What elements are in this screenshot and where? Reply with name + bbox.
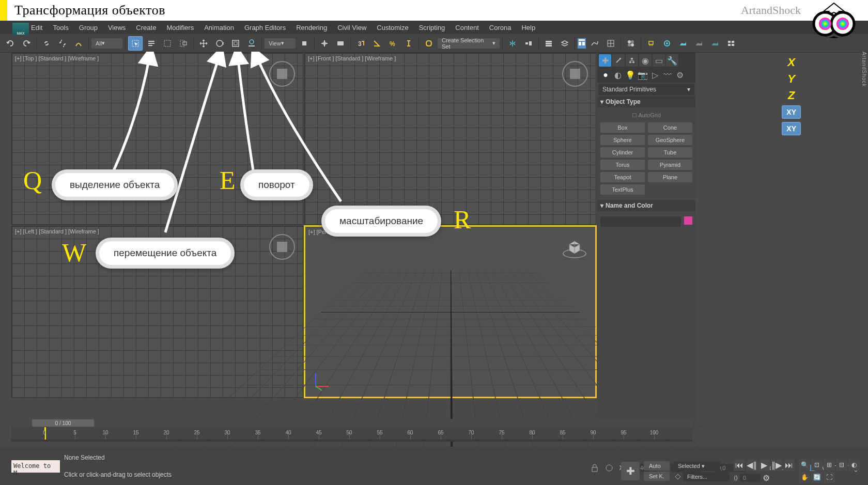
- shapes-subtab[interactable]: ◐: [613, 70, 623, 80]
- use-pivot-icon[interactable]: [297, 36, 312, 51]
- percent-snap-icon[interactable]: %: [385, 36, 400, 51]
- motion-tab[interactable]: ◉: [639, 54, 652, 67]
- play-button[interactable]: ▶: [758, 460, 770, 471]
- menu-tools[interactable]: Tools: [53, 24, 68, 32]
- toggle-layer-icon[interactable]: [557, 36, 572, 51]
- viewcube-icon[interactable]: [560, 233, 589, 262]
- pan-icon[interactable]: ✋: [799, 472, 810, 483]
- select-by-name-icon[interactable]: [144, 36, 159, 51]
- geosphere-button[interactable]: GeoSphere: [648, 135, 692, 145]
- systems-subtab[interactable]: ⚙: [675, 70, 685, 80]
- menu-views[interactable]: Views: [108, 24, 126, 32]
- zoom-extents-icon[interactable]: ⊞: [824, 459, 835, 471]
- time-ruler[interactable]: 0510152025303540455055606570758085909510…: [11, 427, 692, 440]
- menu-group[interactable]: Group: [79, 24, 98, 32]
- menu-graph-editors[interactable]: Graph Editors: [244, 24, 286, 32]
- viewcube-icon[interactable]: [268, 59, 297, 88]
- reference-coord-combo[interactable]: View ▾: [265, 38, 296, 49]
- cameras-subtab[interactable]: 📷: [638, 70, 648, 80]
- selection-filter-combo[interactable]: All ▾: [91, 38, 122, 49]
- isolate-icon[interactable]: [605, 463, 614, 473]
- spacewarps-subtab[interactable]: 〰: [662, 70, 673, 80]
- undo-icon[interactable]: [3, 36, 18, 51]
- menu-help[interactable]: Help: [521, 24, 535, 32]
- object-name-input[interactable]: [600, 216, 681, 227]
- axis-xy-button[interactable]: XY: [782, 105, 801, 119]
- maxscript-mini-listener[interactable]: Welcome to M: [11, 460, 60, 473]
- autogrid-checkbox[interactable]: ☐ AutoGrid: [600, 111, 692, 120]
- selection-lock-icon[interactable]: [590, 463, 599, 473]
- menu-create[interactable]: Create: [136, 24, 156, 32]
- placement-button[interactable]: [244, 36, 259, 51]
- menu-content[interactable]: Content: [455, 24, 479, 32]
- filters-combo[interactable]: Filters...: [683, 472, 730, 481]
- box-button[interactable]: Box: [600, 122, 645, 133]
- viewport-front[interactable]: [+] [Front ] [Standard ] [Wireframe ]: [304, 53, 596, 225]
- menu-animation[interactable]: Animation: [204, 24, 234, 32]
- plane-button[interactable]: Plane: [648, 172, 692, 182]
- menu-modifiers[interactable]: Modifiers: [166, 24, 194, 32]
- unlink-icon[interactable]: [55, 36, 70, 51]
- render-setup-icon[interactable]: [644, 36, 658, 51]
- material-editor-icon[interactable]: [624, 36, 638, 51]
- orbit-icon[interactable]: 🔄: [811, 472, 823, 483]
- goto-end-button[interactable]: ⏭: [783, 460, 795, 471]
- render-in-cloud-icon[interactable]: [724, 36, 738, 51]
- big-key-button[interactable]: ✚: [621, 462, 640, 480]
- layer-explorer-icon[interactable]: [541, 36, 556, 51]
- scale-button[interactable]: [228, 36, 243, 51]
- modify-tab[interactable]: [612, 54, 625, 67]
- rect-selection-icon[interactable]: [160, 36, 175, 51]
- maximize-viewport-icon[interactable]: ⛶: [824, 472, 835, 483]
- viewcube-icon[interactable]: [268, 232, 297, 261]
- torus-button[interactable]: Torus: [600, 160, 645, 170]
- key-mode-icon[interactable]: [674, 473, 682, 481]
- tube-button[interactable]: Tube: [648, 147, 692, 158]
- viewcube-icon[interactable]: [561, 59, 590, 88]
- key-filter-combo[interactable]: Selected ▾: [674, 461, 720, 471]
- redo-icon[interactable]: [19, 36, 34, 51]
- prev-frame-button[interactable]: ◀∥: [746, 460, 757, 471]
- menu-civil-view[interactable]: Civil View: [337, 24, 366, 32]
- render-last-icon[interactable]: [692, 36, 706, 51]
- ribbon-toggle-icon[interactable]: [578, 38, 586, 49]
- align-icon[interactable]: [521, 36, 536, 51]
- menu-edit[interactable]: Edit: [31, 24, 42, 32]
- color-swatch[interactable]: [684, 216, 692, 225]
- auto-key-button[interactable]: Auto: [644, 461, 670, 471]
- name-color-header[interactable]: ▾ Name and Color: [597, 200, 695, 211]
- menu-scripting[interactable]: Scripting: [419, 24, 445, 32]
- textplus-button[interactable]: TextPlus: [600, 184, 645, 195]
- cone-button[interactable]: Cone: [648, 122, 692, 133]
- pyramid-button[interactable]: Pyramid: [648, 160, 692, 170]
- menu-rendering[interactable]: Rendering: [296, 24, 327, 32]
- zoom-icon[interactable]: 🔍: [799, 459, 810, 471]
- viewport-perspective[interactable]: [+] [Perspective ] [Standard ] [Default …: [304, 226, 596, 398]
- selection-set-combo[interactable]: Create Selection Set ▾: [438, 38, 500, 49]
- rotate-button[interactable]: [212, 36, 227, 51]
- utilities-tab[interactable]: 🔧: [666, 54, 678, 67]
- link-icon[interactable]: [39, 36, 54, 51]
- schematic-view-icon[interactable]: [603, 36, 618, 51]
- geometry-subtab[interactable]: ●: [600, 70, 611, 80]
- menu-customize[interactable]: Customize: [377, 24, 408, 32]
- zoom-extents-all-icon[interactable]: ⊟: [836, 459, 847, 471]
- select-manipulate-icon[interactable]: [317, 36, 332, 51]
- object-type-header[interactable]: ▾ Object Type: [597, 96, 695, 107]
- helpers-subtab[interactable]: ▷: [650, 70, 660, 80]
- hierarchy-tab[interactable]: [626, 54, 638, 67]
- curve-editor-icon[interactable]: [587, 36, 602, 51]
- next-frame-button[interactable]: ∥▶: [771, 460, 782, 471]
- sphere-button[interactable]: Sphere: [600, 135, 645, 145]
- render-production-icon[interactable]: [676, 36, 690, 51]
- set-key-button[interactable]: Set K.: [644, 472, 670, 481]
- goto-start-button[interactable]: ⏮: [734, 460, 745, 471]
- render-iterative-icon[interactable]: [708, 36, 722, 51]
- lights-subtab[interactable]: 💡: [625, 70, 636, 80]
- snap-toggle-icon[interactable]: 3: [353, 36, 368, 51]
- time-slider-handle[interactable]: 0 / 100: [32, 419, 94, 427]
- select-object-button[interactable]: [128, 36, 143, 51]
- render-frame-icon[interactable]: [660, 36, 674, 51]
- angle-snap-icon[interactable]: [369, 36, 384, 51]
- menu-corona[interactable]: Corona: [489, 24, 512, 32]
